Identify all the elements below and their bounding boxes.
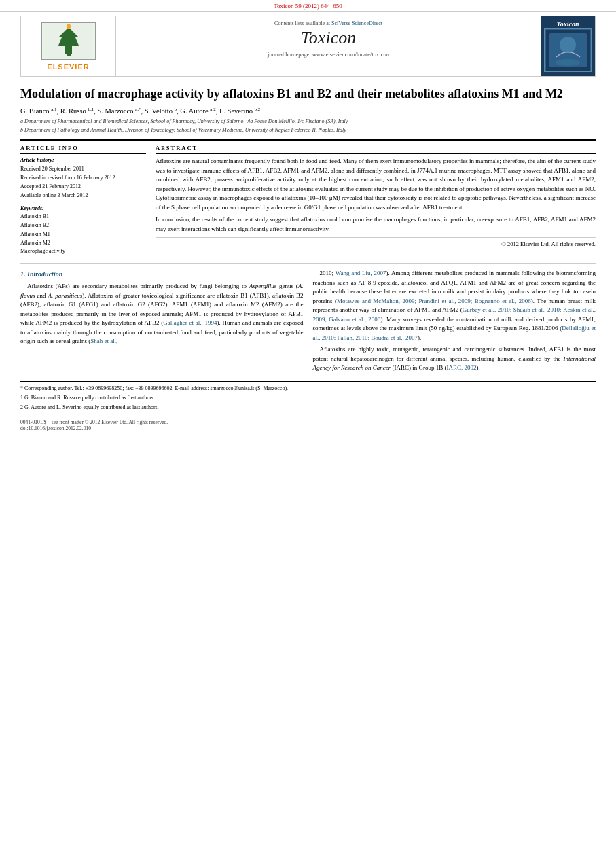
article-title: Modulation of macrophage activity by afl… — [20, 86, 596, 102]
sciverse-link[interactable]: SciVerse ScienceDirect — [331, 20, 382, 26]
affiliation-a: a Department of Pharmaceutical and Biome… — [20, 118, 596, 125]
abstract-column: ABSTRACT Aflatoxins are natural contamin… — [156, 145, 596, 256]
abstract-paragraph-1: Aflatoxins are natural contaminants freq… — [156, 157, 596, 212]
accepted-date: Accepted 21 February 2012 — [20, 183, 146, 191]
doi-text: doi:10.1016/j.toxicon.2012.02.010 — [20, 425, 91, 431]
footnotes-section: * Corresponding author. Tel.: +39 089969… — [0, 384, 616, 412]
keyword-aflatoxin-b1: Aflatoxin B1 — [20, 213, 146, 221]
intro-left-text: Aflatoxins (AFs) are secondary metabolit… — [20, 282, 304, 346]
footer-divider — [20, 381, 596, 382]
article-content: Modulation of macrophage activity by afl… — [0, 86, 616, 376]
intro-right-para-2: Aflatoxins are highly toxic, mutagenic, … — [313, 345, 596, 373]
abstract-header: ABSTRACT — [156, 145, 596, 154]
info-abstract-section: ARTICLE INFO Article history: Received 2… — [20, 139, 596, 256]
toxicon-cover-image — [544, 28, 592, 72]
body-right-column: 2010; Wang and Liu, 2007). Among differe… — [313, 269, 596, 376]
elsevier-text: ELSEVIER — [47, 62, 89, 71]
affiliation-b: b Department of Pathology and Animal Hea… — [20, 126, 596, 134]
elsevier-logo: ELSEVIER — [41, 22, 96, 71]
keywords-label: Keywords: — [20, 205, 146, 211]
journal-title: Toxicon — [123, 28, 534, 48]
keyword-aflatoxin-m1: Aflatoxin M1 — [20, 230, 146, 239]
body-left-column: 1. Introduction Aflatoxins (AFs) are sec… — [20, 269, 304, 376]
affiliations: a Department of Pharmaceutical and Biome… — [20, 118, 596, 134]
article-info-column: ARTICLE INFO Article history: Received 2… — [20, 145, 146, 256]
svg-rect-2 — [67, 50, 71, 56]
svg-point-7 — [556, 59, 580, 66]
revised-date: Received in revised form 16 February 201… — [20, 174, 146, 182]
elsevier-logo-section: ELSEVIER — [21, 16, 116, 76]
journal-cover: Toxicon — [541, 16, 595, 76]
intro-left-para: Aflatoxins (AFs) are secondary metabolit… — [20, 282, 304, 346]
bottom-bar: 0041-0101/$ – see front matter © 2012 El… — [0, 416, 616, 434]
keyword-aflatoxin-m2: Aflatoxin M2 — [20, 239, 146, 248]
journal-ref-text: Toxicon 59 (2012) 644–650 — [274, 3, 342, 10]
svg-point-3 — [67, 24, 71, 29]
authors-line: G. Bianco a,1, R. Russo b,1, S. Marzocco… — [20, 106, 596, 115]
footnote-2: 2 G. Autore and L. Severino equally cont… — [20, 404, 596, 412]
online-date: Available online 3 March 2012 — [20, 192, 146, 200]
elsevier-logo-image — [41, 22, 96, 60]
corresponding-author-note: * Corresponding author. Tel.: +39 089969… — [20, 384, 596, 393]
intro-section-title: 1. Introduction — [20, 269, 304, 279]
journal-reference: Toxicon 59 (2012) 644–650 — [0, 0, 616, 12]
article-info-header: ARTICLE INFO — [20, 145, 146, 154]
page: Toxicon 59 (2012) 644–650 ELSEVIER — [0, 0, 616, 841]
received-date: Received 20 September 2011 — [20, 165, 146, 173]
journal-homepage: journal homepage: www.elsevier.com/locat… — [123, 51, 534, 58]
issn-text: 0041-0101/$ – see front matter © 2012 El… — [20, 419, 168, 425]
svg-point-6 — [560, 37, 576, 53]
keyword-macrophage: Macrophage activity — [20, 247, 146, 256]
intro-right-para-1: 2010; Wang and Liu, 2007). Among differe… — [313, 269, 596, 342]
toxicon-cover-label: Toxicon — [543, 19, 593, 73]
history-label: Article history: — [20, 157, 146, 163]
abstract-body: Aflatoxins are natural contaminants freq… — [156, 157, 596, 234]
authors-text: G. Bianco a,1, R. Russo b,1, S. Marzocco… — [20, 107, 260, 115]
journal-info-center: Contents lists available at SciVerse Sci… — [116, 16, 541, 76]
keyword-aflatoxin-b2: Aflatoxin B2 — [20, 221, 146, 230]
body-text-section: 1. Introduction Aflatoxins (AFs) are sec… — [20, 263, 596, 376]
copyright-notice: © 2012 Elsevier Ltd. All rights reserved… — [156, 237, 596, 247]
intro-right-text: 2010; Wang and Liu, 2007). Among differe… — [313, 269, 596, 373]
sciverse-text: Contents lists available at SciVerse Sci… — [123, 20, 534, 26]
journal-header: ELSEVIER Contents lists available at Sci… — [20, 16, 596, 77]
footnote-1: 1 G. Bianco and R. Russo equally contrib… — [20, 394, 596, 402]
abstract-paragraph-2: In conclusion, the results of the curren… — [156, 215, 596, 234]
